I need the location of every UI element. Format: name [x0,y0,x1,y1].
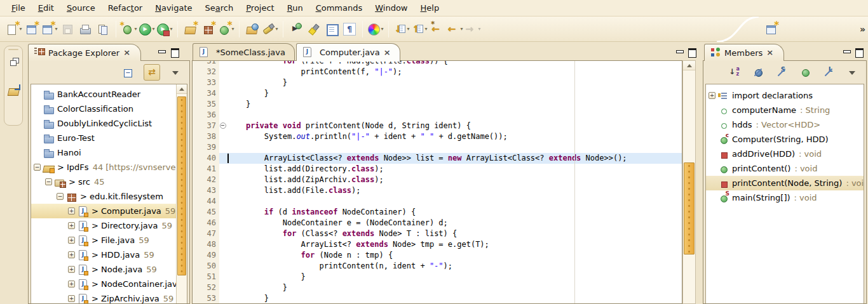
tree-item[interactable]: BankAccountReader [31,87,176,102]
open-type-button[interactable] [244,21,261,37]
code-line[interactable]: 44 [193,196,682,207]
code-text[interactable] [227,196,682,207]
scroll-up-arrow[interactable] [683,61,695,70]
code-text[interactable] [227,110,682,121]
code-text[interactable]: for (File f : hdd.get(File.class)) { [227,60,682,67]
code-line[interactable]: 36 [193,110,682,121]
code-line[interactable]: 53 } [193,293,682,304]
show-whitespace-button[interactable] [341,21,358,37]
show-source-button[interactable] [323,21,340,37]
new-menu-button[interactable]: ▾ [41,21,58,37]
close-icon[interactable]: × [123,49,130,56]
dropdown-arrow-icon[interactable]: ▾ [460,26,463,32]
code-line[interactable]: 33 } [193,77,682,88]
new-class-button[interactable]: ▾ [218,21,234,37]
hide-static-button[interactable] [773,64,790,81]
dropdown-arrow-icon[interactable]: ▾ [134,26,137,32]
member-item[interactable]: main(String[]) : void [706,190,864,205]
expander-plus-icon[interactable]: + [68,281,75,287]
code-text[interactable] [227,142,682,153]
expander-plus-icon[interactable]: + [68,222,75,229]
code-text[interactable]: ArrayList<Class<? extends Node>> list = … [227,153,682,164]
search-button[interactable]: ▾ [262,21,278,37]
member-item[interactable]: Computer(String, HDD) [706,132,864,147]
scroll-up-arrow[interactable] [177,84,187,94]
code-text[interactable]: System.out.println("|-" + ident + " " + … [227,131,682,142]
tree-item[interactable]: +> Node.java59 [31,262,176,277]
code-text[interactable]: printContent(n, ident + "-"); [227,261,682,272]
code-text[interactable]: } [227,293,682,304]
dropdown-arrow-icon[interactable]: ▾ [424,26,427,32]
expander-plus-icon[interactable]: + [68,237,75,244]
members-tab[interactable]: Members × [704,44,784,61]
tree-item[interactable]: DoublyLinkedCyclicList [31,116,176,131]
code-line[interactable]: 32 printContent(f, "|-"); [193,67,682,77]
dropdown-arrow-icon[interactable]: ▾ [275,26,278,32]
code-line[interactable]: 43 list.add(File.class); [193,185,682,196]
menu-project[interactable]: Project [240,1,281,15]
member-item[interactable]: hdds : Vector<HDD> [706,117,864,132]
view-menu-button[interactable] [167,64,184,81]
minimize-view-button[interactable] [843,48,851,56]
dropdown-arrow-icon[interactable]: ▾ [152,26,154,32]
run-button[interactable]: ▾ [139,21,155,37]
code-line[interactable]: 46 NodeContainer e = (NodeContainer) d; [193,218,682,228]
package-explorer-scrollbar[interactable] [176,84,187,303]
code-line[interactable]: 51 } [193,272,682,282]
new-package-button[interactable] [200,21,217,37]
member-item[interactable]: printContent() : void [706,161,864,176]
code-text[interactable]: } [227,272,682,282]
editor-scrollbar[interactable] [682,60,696,304]
code-line[interactable]: 47 for (Class<? extends Node> T : list) … [193,228,682,239]
color-theme-button[interactable]: ▾ [367,21,384,37]
code-text[interactable]: ArrayList<? extends Node> tmp = e.get(T)… [227,239,682,250]
code-text[interactable]: for (Class<? extends Node> T : list) { [227,228,682,239]
member-item[interactable]: addDrive(HDD) : void [706,147,864,161]
member-item[interactable]: +import declarations [706,88,864,103]
tree-item[interactable]: +> Computer.java59 [31,204,176,218]
menu-navigate[interactable]: Navigate [149,1,198,15]
previous-annotation-button[interactable]: ▾ [411,21,428,37]
expander-plus-icon[interactable]: + [68,295,75,302]
code-text[interactable]: list.add(File.class); [227,185,682,196]
expander-minus-icon[interactable]: − [34,164,41,171]
code-line[interactable]: 48 ArrayList<? extends Node> tmp = e.get… [193,239,682,250]
editor-tab--someclass-java[interactable]: *SomeClass.java [193,43,295,60]
tree-item[interactable]: ColorClassification [31,102,176,116]
new-button[interactable]: ▾ [6,21,22,37]
close-icon[interactable]: × [766,49,773,56]
menu-file[interactable]: File [5,1,32,15]
hide-fields-button[interactable] [750,64,766,81]
menu-search[interactable]: Search [199,1,240,15]
code-line[interactable]: 50 printContent(n, ident + "-"); [193,261,682,272]
maximize-view-button[interactable] [170,48,179,56]
fast-view-folder-button[interactable] [7,83,21,97]
code-line[interactable]: 39 [193,142,682,153]
code-line[interactable]: 42 list.add(ZipArchiv.class); [193,175,682,185]
restore-views-button[interactable] [7,55,21,69]
code-text[interactable]: list.add(Directory.class); [227,164,682,175]
code-line[interactable]: 45 if (d instanceof NodeContainer) { [193,207,682,218]
tree-item[interactable]: −> IpdFs44 [https://svnserver.i [31,160,176,175]
build-button[interactable] [95,21,111,37]
menu-edit[interactable]: Edit [32,1,60,15]
code-text[interactable]: private void printContent(Node d, String… [227,121,682,131]
run-tool-button[interactable] [288,21,304,37]
tree-item[interactable]: +> ZipArchiv.java59 [31,291,176,303]
code-text[interactable]: } [227,99,682,110]
fold-collapse-icon[interactable] [219,121,227,131]
menu-run[interactable]: Run [281,1,309,15]
scrollbar-thumb[interactable] [684,162,695,254]
highlighter-button[interactable] [306,21,322,37]
code-line[interactable]: 38 System.out.println("|-" + ident + " "… [193,131,682,142]
link-with-editor-button[interactable] [144,64,160,81]
new-wizard-button[interactable] [24,21,40,37]
back-button[interactable]: ▾ [447,21,463,37]
expander-minus-icon[interactable]: − [57,193,64,200]
tree-item[interactable]: Euro-Test [31,131,176,145]
expander-plus-icon[interactable]: + [68,266,75,273]
sort-button[interactable] [726,64,743,81]
dropdown-arrow-icon[interactable]: ▾ [381,26,383,32]
tree-item[interactable]: Hanoi [31,145,176,160]
code-line[interactable]: 37 private void printContent(Node d, Str… [193,121,682,131]
